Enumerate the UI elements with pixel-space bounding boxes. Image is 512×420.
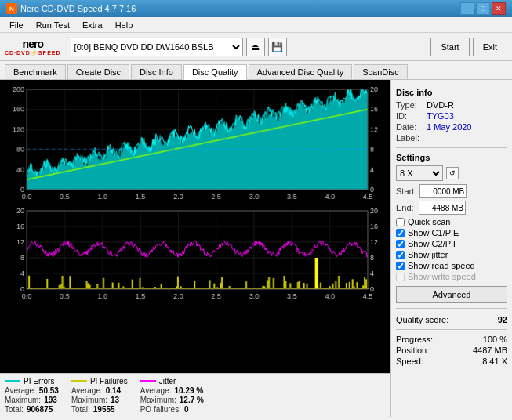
pi-failures-label: PI Failures — [90, 377, 128, 386]
pi-errors-avg-label: Average: — [5, 386, 36, 395]
disc-label-label: Label: — [396, 133, 423, 143]
eject-button[interactable]: ⏏ — [246, 38, 265, 56]
right-panel: Disc info Type: DVD-R ID: TYG03 Date: 1 … — [390, 80, 512, 417]
tab-advanced-disc-quality[interactable]: Advanced Disc Quality — [249, 64, 353, 79]
quick-scan-row: Quick scan — [396, 217, 507, 226]
speed-select[interactable]: 8 X — [396, 165, 443, 181]
pi-errors-header: PI Errors — [5, 377, 59, 386]
jitter-avg-label: Average: — [140, 386, 172, 395]
show-write-speed-label: Show write speed — [408, 272, 476, 281]
disc-type-row: Type: DVD-R — [396, 100, 507, 110]
speed-row: 8 X ↺ — [396, 165, 507, 181]
disc-type-label: Type: — [396, 100, 423, 110]
jitter-color — [140, 380, 156, 382]
refresh-icon[interactable]: ↺ — [446, 167, 459, 179]
app-icon: N — [6, 3, 17, 14]
show-read-speed-label: Show read speed — [408, 261, 475, 270]
divider-1 — [396, 147, 507, 148]
show-write-speed-checkbox — [396, 273, 405, 281]
disc-type-value: DVD-R — [427, 100, 454, 110]
title-bar-controls[interactable]: ─ □ ✕ — [460, 2, 506, 15]
nero-logo-subtitle: CD·DVD⚡SPEED — [5, 50, 61, 56]
nero-logo-text: nero — [23, 38, 43, 50]
advanced-button[interactable]: Advanced — [396, 286, 507, 303]
show-jitter-checkbox[interactable] — [396, 251, 405, 259]
quick-scan-checkbox[interactable] — [396, 218, 405, 226]
end-input[interactable] — [419, 201, 466, 215]
disc-date-row: Date: 1 May 2020 — [396, 122, 507, 132]
pi-errors-total-value: 906875 — [27, 405, 53, 414]
start-button[interactable]: Start — [430, 38, 469, 56]
save-button[interactable]: 💾 — [268, 38, 287, 56]
start-label: Start: — [396, 186, 416, 196]
title-bar-left: N Nero CD-DVD Speed 4.7.7.16 — [6, 3, 136, 14]
speed-display-row: Speed: 8.41 X — [396, 357, 507, 366]
divider-2 — [396, 308, 507, 309]
pi-failures-max-row: Maximum: 13 — [71, 396, 128, 404]
pi-failures-avg-value: 0.14 — [106, 386, 121, 395]
pi-errors-legend: PI Errors Average: 50.53 Maximum: 193 To… — [5, 377, 59, 414]
close-button[interactable]: ✕ — [492, 2, 506, 15]
tab-benchmark[interactable]: Benchmark — [5, 64, 66, 79]
settings-title: Settings — [396, 153, 507, 162]
pi-failures-total-value: 19555 — [93, 405, 115, 414]
jitter-average-row: Average: 10.29 % — [140, 386, 204, 395]
start-input[interactable] — [419, 184, 467, 198]
drive-select[interactable]: [0:0] BENQ DVD DD DW1640 BSLB — [71, 38, 243, 56]
tab-scan-disc[interactable]: ScanDisc — [354, 64, 407, 79]
quick-scan-label: Quick scan — [408, 217, 450, 226]
toolbar: nero CD·DVD⚡SPEED [0:0] BENQ DVD DD DW16… — [0, 33, 512, 61]
jitter-po-label: PO failures: — [140, 405, 181, 414]
pi-errors-total-label: Total: — [5, 405, 24, 414]
disc-date-value: 1 May 2020 — [427, 122, 471, 132]
title-bar: N Nero CD-DVD Speed 4.7.7.16 ─ □ ✕ — [0, 0, 512, 17]
show-read-speed-checkbox[interactable] — [396, 262, 405, 270]
tabs: Benchmark Create Disc Disc Info Disc Qua… — [0, 61, 512, 80]
pi-failures-max-value: 13 — [111, 396, 119, 404]
pi-errors-max-row: Maximum: 193 — [5, 396, 59, 404]
jitter-po-row: PO failures: 0 — [140, 405, 204, 414]
end-label: End: — [396, 203, 416, 212]
start-row: Start: — [396, 184, 507, 198]
disc-date-label: Date: — [396, 122, 423, 132]
quality-score-row: Quality score: 92 — [396, 315, 507, 324]
tab-disc-info[interactable]: Disc Info — [131, 64, 182, 79]
jitter-max-label: Maximum: — [140, 396, 176, 404]
end-row: End: — [396, 201, 507, 215]
tab-disc-quality[interactable]: Disc Quality — [183, 64, 247, 80]
pi-errors-color — [5, 380, 20, 382]
exit-button[interactable]: Exit — [473, 38, 507, 56]
menu-extra[interactable]: Extra — [76, 19, 109, 31]
show-c2-label: Show C2/PIF — [408, 239, 459, 248]
pi-failures-max-label: Maximum: — [71, 396, 107, 404]
quality-score-label: Quality score: — [396, 315, 448, 324]
pi-errors-max-value: 193 — [44, 396, 57, 404]
quality-section: Quality score: 92 — [396, 315, 507, 324]
tab-create-disc[interactable]: Create Disc — [67, 64, 129, 79]
show-c2-checkbox[interactable] — [396, 240, 405, 248]
pi-errors-total-row: Total: 906875 — [5, 405, 59, 414]
pi-failures-header: PI Failures — [71, 377, 128, 386]
main-content: PI Errors Average: 50.53 Maximum: 193 To… — [0, 80, 512, 417]
show-c1-label: Show C1/PIE — [408, 228, 459, 237]
title-bar-text: Nero CD-DVD Speed 4.7.7.16 — [20, 4, 136, 13]
nero-logo: nero CD·DVD⚡SPEED — [5, 38, 61, 56]
speed-display-label: Speed: — [396, 357, 423, 366]
pi-errors-max-label: Maximum: — [5, 396, 41, 404]
charts-area — [0, 80, 390, 373]
maximize-button[interactable]: □ — [476, 2, 490, 15]
menu-help[interactable]: Help — [109, 19, 140, 31]
show-c1-checkbox[interactable] — [396, 229, 405, 237]
menu-run-test[interactable]: Run Test — [30, 19, 76, 31]
show-c1-row: Show C1/PIE — [396, 228, 507, 237]
minimize-button[interactable]: ─ — [460, 2, 474, 15]
menu-file[interactable]: File — [3, 19, 30, 31]
show-write-speed-row: Show write speed — [396, 272, 507, 281]
legend-area: PI Errors Average: 50.53 Maximum: 193 To… — [0, 373, 390, 417]
divider-3 — [396, 329, 507, 330]
position-label: Position: — [396, 346, 429, 355]
show-jitter-label: Show jitter — [408, 250, 448, 259]
jitter-avg-value: 10.29 % — [175, 386, 204, 395]
jitter-po-value: 0 — [184, 405, 189, 414]
speed-display-value: 8.41 X — [482, 357, 507, 366]
